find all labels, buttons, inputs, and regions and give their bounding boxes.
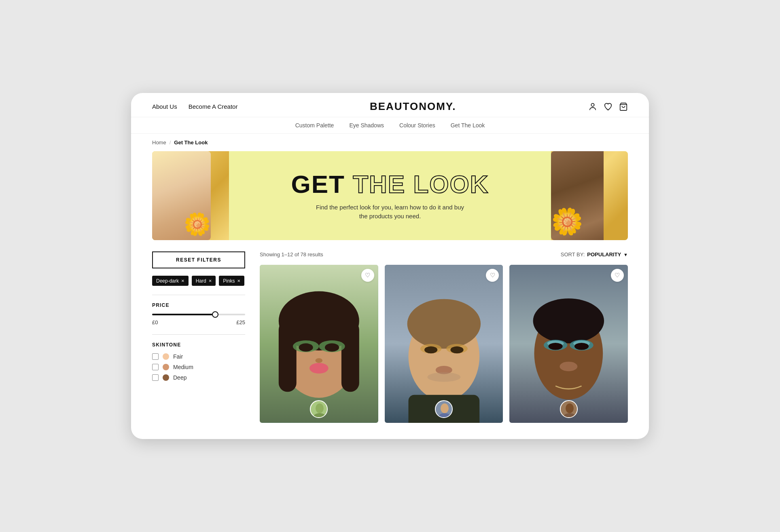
sort-by-label: SORT BY: [561, 251, 585, 258]
skintone-deep-label: Deep [173, 374, 187, 381]
svg-point-18 [407, 299, 480, 349]
skintone-fair-checkbox[interactable] [152, 353, 159, 360]
price-slider-thumb[interactable] [212, 311, 218, 318]
skintone-medium[interactable]: Medium [152, 364, 245, 370]
product-card-1: ♡ [260, 265, 378, 422]
svg-point-27 [441, 403, 449, 413]
skintone-fair-dot [163, 353, 169, 360]
skintone-deep[interactable]: Deep [152, 374, 245, 381]
svg-point-14 [316, 403, 324, 413]
hero-subtitle: Find the perfect look for you, learn how… [291, 203, 489, 221]
svg-point-12 [316, 358, 323, 363]
skintone-filter-section: SKINTONE Fair Medium D [152, 342, 245, 381]
svg-point-11 [309, 363, 329, 374]
sort-chevron-icon: ▼ [623, 252, 628, 257]
device-frame: About Us Become A Creator BEAUTONOMY. [131, 93, 649, 439]
filter-tag-remove-icon: × [181, 278, 184, 284]
wishlist-button-1[interactable]: ♡ [361, 269, 374, 282]
active-filters: Deep-dark × Hard × Pinks × [152, 276, 245, 286]
subnav-get-the-look[interactable]: Get The Look [451, 122, 485, 129]
svg-point-24 [427, 372, 460, 382]
reset-filters-button[interactable]: RESET FILTERS [152, 251, 245, 268]
wishlist-icon[interactable] [604, 102, 613, 111]
user-icon[interactable] [588, 102, 597, 111]
flower-left-icon: 🌼 [184, 211, 211, 237]
hero-subtitle-line2: the products you need. [359, 213, 421, 220]
sub-nav: Custom Palette Eye Shadows Colour Storie… [131, 117, 649, 134]
results-count: Showing 1–12 of 78 results [260, 251, 323, 258]
breadcrumb-home[interactable]: Home [152, 139, 166, 146]
bag-icon[interactable] [619, 102, 628, 111]
price-section-title: PRICE [152, 302, 245, 308]
products-section: Showing 1–12 of 78 results SORT BY: POPU… [260, 251, 628, 422]
product-image-1 [260, 265, 378, 422]
sidebar-divider-1 [152, 295, 245, 295]
hero-banner: 🌼 GET THE LOOK Find the perfect look for… [152, 151, 628, 240]
filter-tag-label: Deep-dark [156, 278, 179, 284]
main-content: RESET FILTERS Deep-dark × Hard × Pinks × [131, 240, 649, 439]
header-nav-left: About Us Become A Creator [152, 103, 237, 110]
svg-point-10 [325, 344, 339, 352]
header-icons [588, 102, 628, 111]
filter-tag-remove-icon: × [209, 278, 212, 284]
filter-tag-hard[interactable]: Hard × [192, 276, 216, 286]
price-slider-fill [152, 314, 215, 315]
breadcrumb-separator: / [170, 139, 171, 146]
subnav-eye-shadows[interactable]: Eye Shadows [349, 122, 384, 129]
hero-title-bold: GET [291, 170, 345, 198]
filter-tag-label: Pinks [223, 278, 235, 284]
price-min: £0 [152, 319, 158, 325]
creator-avatar-3 [560, 400, 578, 418]
svg-point-37 [574, 343, 589, 350]
sort-by: SORT BY: POPULARITY ▼ [561, 251, 628, 258]
svg-point-40 [566, 403, 574, 413]
product-card-3: ♡ [509, 265, 628, 422]
sort-by-value[interactable]: POPULARITY [587, 251, 621, 258]
svg-point-36 [549, 343, 563, 350]
skintone-medium-dot [163, 364, 169, 370]
hero-content: GET THE LOOK Find the perfect look for y… [291, 158, 489, 233]
price-slider-track[interactable] [152, 314, 245, 315]
hero-title-outline: THE LOOK [353, 170, 489, 198]
brand-logo: BEAUTONOMY. [237, 100, 588, 113]
skintone-fair[interactable]: Fair [152, 353, 245, 360]
breadcrumb-current: Get The Look [174, 139, 208, 146]
svg-point-38 [560, 362, 578, 371]
svg-point-31 [533, 299, 604, 344]
products-grid: ♡ [260, 265, 628, 422]
svg-point-9 [299, 344, 313, 352]
breadcrumb: Home / Get The Look [131, 134, 649, 151]
flower-right-icon: 🌼 [551, 207, 583, 237]
skintone-section-title: SKINTONE [152, 342, 245, 348]
filter-tag-remove-icon: × [237, 278, 241, 284]
subnav-colour-stories[interactable]: Colour Stories [399, 122, 435, 129]
filter-tag-deep-dark[interactable]: Deep-dark × [152, 276, 189, 286]
product-image-3 [509, 265, 628, 422]
sidebar-divider-2 [152, 334, 245, 335]
skintone-medium-label: Medium [173, 364, 193, 370]
nav-about-us[interactable]: About Us [152, 103, 177, 110]
hero-person-right: 🌼 [551, 151, 604, 240]
svg-point-22 [450, 346, 463, 354]
nav-become-creator[interactable]: Become A Creator [189, 103, 238, 110]
hero-image-left: 🌼 [152, 151, 229, 240]
svg-point-0 [591, 103, 594, 106]
hero-image-right: 🌼 [551, 151, 628, 240]
products-header: Showing 1–12 of 78 results SORT BY: POPU… [260, 251, 628, 258]
price-filter-section: PRICE £0 £25 [152, 302, 245, 325]
skintone-medium-checkbox[interactable] [152, 364, 159, 370]
hero-subtitle-line1: Find the perfect look for you, learn how… [316, 204, 464, 211]
filter-tag-pinks[interactable]: Pinks × [219, 276, 244, 286]
header: About Us Become A Creator BEAUTONOMY. [131, 93, 649, 117]
hero-title: GET THE LOOK [291, 171, 489, 198]
skintone-deep-checkbox[interactable] [152, 374, 159, 381]
skintone-deep-dot [163, 374, 169, 381]
svg-point-21 [424, 346, 437, 354]
creator-avatar-1 [310, 400, 328, 418]
svg-rect-6 [341, 321, 359, 392]
price-max: £25 [236, 319, 245, 325]
subnav-custom-palette[interactable]: Custom Palette [295, 122, 334, 129]
svg-rect-5 [279, 321, 297, 392]
skintone-fair-label: Fair [173, 353, 183, 360]
sidebar: RESET FILTERS Deep-dark × Hard × Pinks × [152, 251, 245, 422]
